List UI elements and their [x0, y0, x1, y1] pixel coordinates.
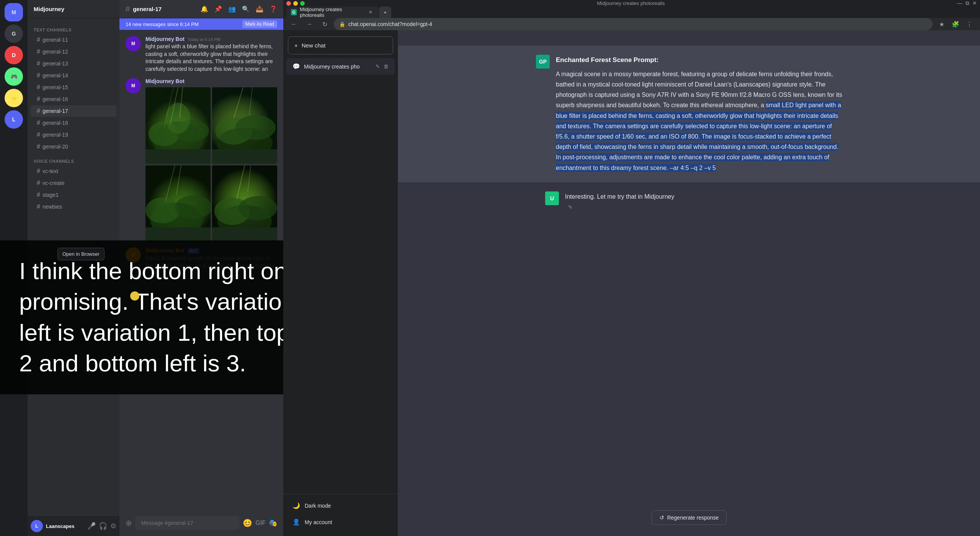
sticker-icon[interactable]: 🎭	[269, 519, 277, 527]
edit-message-icon[interactable]: ✎	[568, 204, 573, 210]
svg-point-20	[175, 196, 211, 219]
extension-icon[interactable]: 🧩	[949, 18, 962, 30]
browser-window: Midjourney creates photorealis — ⧉ ✕ G M…	[283, 0, 980, 536]
message-content-images: Midjourney Bot	[145, 78, 277, 242]
channel-general-20[interactable]: # general-20	[31, 141, 116, 152]
window-x-icon[interactable]: ✕	[972, 0, 977, 7]
attach-icon[interactable]: ⊕	[126, 518, 132, 528]
emoji-icon[interactable]: 😊	[243, 518, 252, 528]
window-collapse-icon[interactable]: —	[957, 0, 962, 7]
window-minimize-button[interactable]	[293, 1, 298, 6]
channel-stage1[interactable]: # stage1	[31, 189, 116, 201]
mark-as-read-button[interactable]: Mark As Read	[242, 20, 277, 28]
new-chat-label: New chat	[302, 42, 326, 49]
members-icon[interactable]: 👥	[228, 5, 236, 13]
active-browser-tab[interactable]: G Midjourney creates photorealis ✕	[286, 7, 378, 18]
message-time-1: Today at 6:14 PM	[188, 37, 220, 42]
hash-icon: #	[37, 72, 40, 79]
svg-point-27	[239, 196, 277, 221]
svg-point-19	[145, 198, 180, 224]
cursor-indicator	[130, 291, 139, 301]
search-icon[interactable]: 🔍	[242, 5, 250, 13]
inbox-icon[interactable]: 📥	[256, 5, 263, 13]
speech-text: I think the bottom right one looks promi…	[19, 258, 283, 377]
hash-icon: #	[37, 96, 40, 103]
channel-label: vc-text	[42, 168, 58, 174]
hash-icon: #	[37, 119, 40, 126]
deafen-icon[interactable]: 🎧	[99, 522, 107, 530]
lock-icon: 🔒	[339, 21, 345, 27]
help-icon[interactable]: ❓	[270, 5, 277, 13]
message-meta-1: Midjourney Bot Today at 6:14 PM	[145, 36, 277, 42]
chat-history-item-0[interactable]: 💬 Midjourney creates pho ✎ 🗑	[286, 58, 395, 75]
window-chrome: Midjourney creates photorealis — ⧉ ✕	[283, 0, 980, 7]
hash-icon: #	[37, 168, 40, 175]
image-cell-4[interactable]	[212, 165, 277, 242]
message-group-1: M Midjourney Bot Today at 6:14 PM light …	[126, 36, 277, 73]
window-maximize-button[interactable]	[300, 1, 305, 6]
address-bar[interactable]: 🔒 chat.openai.com/chat?model=gpt-4	[334, 18, 933, 30]
channel-label: stage1	[42, 192, 59, 198]
image-cell-1[interactable]	[145, 87, 211, 164]
message-inner-1: GP Enchanted Forest Scene Prompt: A magi…	[536, 55, 842, 173]
notification-bell-icon[interactable]: 🔔	[201, 5, 208, 13]
hash-icon: #	[37, 36, 40, 43]
channel-vc-create[interactable]: # vc-create	[31, 177, 116, 189]
gif-icon[interactable]: GIF	[255, 520, 266, 526]
channel-general-17[interactable]: # general-17	[31, 105, 116, 117]
channel-general-18[interactable]: # general-18	[31, 117, 116, 129]
forward-button[interactable]: →	[303, 18, 315, 30]
new-messages-bar[interactable]: 14 new messages since 6:14 PM Mark As Re…	[119, 18, 283, 30]
refresh-button[interactable]: ↻	[318, 18, 331, 30]
channel-general-11[interactable]: # general-11	[31, 34, 116, 46]
image-cell-2[interactable]	[212, 87, 277, 164]
channel-general-16[interactable]: # general-16	[31, 93, 116, 105]
my-account-menu-item[interactable]: 👤 My account	[286, 514, 395, 530]
bookmark-icon[interactable]: ★	[936, 18, 948, 30]
regenerate-response-button[interactable]: ↺ Regenerate response	[652, 510, 727, 525]
dark-mode-menu-item[interactable]: 🌙 Dark mode	[286, 497, 395, 514]
user-message-1: U Interesting. Let me try that in Midjou…	[536, 191, 842, 212]
channel-newbies[interactable]: # newbies	[31, 201, 116, 212]
user-avatar: U	[545, 191, 559, 205]
user-response-text: Interesting. Let me try that in Midjourn…	[565, 191, 833, 202]
channel-general-19[interactable]: # general-19	[31, 129, 116, 141]
message-avatar-1: M	[126, 36, 141, 51]
window-tile-icon[interactable]: ⧉	[965, 0, 969, 7]
trash-icon[interactable]: 🗑	[384, 64, 389, 69]
server-icon-4[interactable]: 🎮	[5, 67, 23, 86]
mute-icon[interactable]: 🎤	[87, 522, 96, 530]
pins-icon[interactable]: 📌	[214, 5, 222, 13]
assistant-text-1: Enchanted Forest Scene Prompt: A magical…	[556, 55, 842, 173]
gpt-avatar: GP	[536, 55, 550, 69]
svg-point-5	[166, 103, 191, 134]
image-cell-3[interactable]	[145, 165, 211, 242]
back-button[interactable]: ←	[288, 18, 300, 30]
image-grid[interactable]	[145, 87, 277, 242]
channel-label: general-12	[42, 49, 68, 55]
browser-menu-icon[interactable]: ⋮	[963, 18, 975, 30]
server-icon-3[interactable]: D	[5, 46, 23, 64]
open-browser-tooltip[interactable]: Open in Browser	[57, 248, 105, 260]
tab-close-button[interactable]: ✕	[368, 9, 374, 15]
settings-icon[interactable]: ⚙	[110, 522, 116, 530]
midjourney-server-icon[interactable]: M	[5, 3, 23, 21]
edit-icon[interactable]: ✎	[376, 64, 380, 69]
channel-general-14[interactable]: # general-14	[31, 70, 116, 81]
server-name[interactable]: Midjourney	[28, 0, 119, 18]
channel-label: vc-create	[42, 180, 65, 186]
channel-general-13[interactable]: # general-13	[31, 58, 116, 69]
window-close-button[interactable]	[286, 1, 291, 6]
channel-general-12[interactable]: # general-12	[31, 46, 116, 57]
server-icon-5[interactable]: ⭐	[5, 89, 23, 107]
updates-faq-menu-item[interactable]: ↗ Updates & FAQ	[286, 530, 395, 536]
new-tab-button[interactable]: +	[379, 7, 391, 18]
channel-label: general-11	[42, 37, 68, 43]
channel-general-15[interactable]: # general-15	[31, 82, 116, 93]
server-icon-2[interactable]: G	[5, 25, 23, 43]
server-icon-6[interactable]: L	[5, 110, 23, 129]
channel-vc-text[interactable]: # vc-text	[31, 165, 116, 177]
discord-message-input[interactable]	[135, 516, 240, 530]
url-text: chat.openai.com/chat?model=gpt-4	[348, 21, 432, 27]
new-chat-button[interactable]: + New chat	[288, 36, 393, 54]
